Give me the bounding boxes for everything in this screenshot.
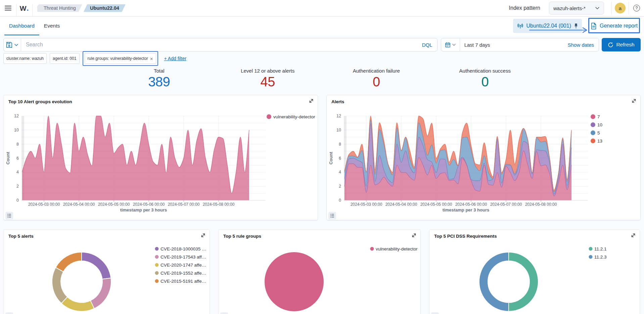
svg-text:2024-05-05 00:00: 2024-05-05 00:00 [98, 202, 130, 207]
pie-slice-CVE-2015-5191 affe…[interactable] [56, 252, 82, 272]
pie-slice-11.2.3[interactable] [479, 252, 509, 311]
filter-pill-rule-groups[interactable]: rule.groups: vulnerability-detector × [85, 53, 156, 64]
legend-item[interactable]: 10 [591, 122, 602, 127]
legend-item[interactable]: 11.2.3 [589, 254, 607, 260]
legend-item[interactable]: CVE-2020-1747 affe… [155, 263, 206, 268]
legend-item[interactable]: CVE-2015-5191 affe… [155, 279, 206, 284]
area-chart-alert-groups[interactable]: 0246810122024-05-03 00:002024-05-04 00:0… [4, 95, 318, 220]
stat-label: Total [105, 68, 214, 74]
refresh-button[interactable]: Refresh [602, 38, 641, 51]
pin-icon[interactable] [574, 23, 578, 29]
add-filter-button[interactable]: + Add filter [164, 56, 187, 61]
legend-list-icon[interactable] [5, 212, 13, 220]
navbar-divider [32, 4, 33, 16]
expand-icon[interactable] [631, 98, 637, 104]
svg-text:CVE-2019-17543 aff…: CVE-2019-17543 aff… [160, 254, 206, 260]
svg-text:11.2.1: 11.2.1 [594, 246, 607, 251]
filter-pill-agent[interactable]: agent.id: 001 [50, 53, 79, 64]
stat-value: 45 [214, 74, 322, 89]
tab-dashboard[interactable]: Dashboard [4, 16, 39, 35]
legend-item[interactable]: vulnerability-detector [370, 246, 418, 251]
svg-text:5: 5 [597, 130, 600, 135]
pie-chart-svg: vulnerability-detector [219, 230, 420, 314]
legend-list-icon[interactable] [5, 312, 13, 314]
tab-events[interactable]: Events [39, 16, 64, 35]
time-range-value[interactable]: Last 7 days [460, 42, 495, 48]
logo-letter: W [20, 4, 27, 12]
svg-text:0: 0 [339, 198, 341, 203]
panel-title: Top 5 PCI DSS Requirements [434, 234, 497, 239]
breadcrumb: Threat Hunting Ubuntu22.04 [37, 4, 127, 12]
breadcrumb-agent[interactable]: Ubuntu22.04 [84, 4, 126, 12]
agent-badge[interactable]: Ubuntu22.04 (001) [513, 19, 582, 33]
svg-text:2024-05-05 00:00: 2024-05-05 00:00 [420, 202, 452, 207]
filter-pill-cluster[interactable]: cluster.name: wazuh [3, 53, 47, 64]
expand-icon[interactable] [411, 233, 417, 239]
pie-slice-CVE-2020-1747 affe…[interactable] [61, 297, 94, 311]
legend-item[interactable]: CVE-2019-1552 affe… [155, 271, 206, 276]
svg-text:2024-05-03 00:00: 2024-05-03 00:00 [28, 202, 60, 207]
legend-list-icon[interactable] [328, 212, 336, 220]
legend-list-icon[interactable] [220, 312, 228, 314]
stats-row: Total389Level 12 or above alerts45Authen… [105, 68, 539, 89]
query-bar: DQL [3, 38, 438, 51]
svg-text:7: 7 [597, 114, 600, 119]
index-pattern-select[interactable]: wazuh-alerts-* [549, 2, 604, 14]
svg-text:2024-05-08 00:00: 2024-05-08 00:00 [525, 202, 557, 207]
svg-text:timestamp per 3 hours: timestamp per 3 hours [120, 207, 167, 212]
saved-queries-button[interactable] [4, 38, 21, 51]
svg-text:13: 13 [597, 139, 602, 144]
module-tabs-bar: Dashboard Events Ubuntu22.04 (001) [0, 16, 644, 35]
svg-text:2024-05-04 00:00: 2024-05-04 00:00 [63, 202, 95, 207]
chevron-down-icon [595, 6, 600, 10]
legend-item[interactable]: 11.2.1 [589, 246, 607, 251]
legend-list-icon[interactable] [431, 312, 439, 314]
stat-label: Authentication success [431, 68, 540, 74]
generate-report-button[interactable]: Generate report [588, 18, 640, 34]
svg-text:12: 12 [14, 114, 19, 118]
legend-item[interactable]: 5 [591, 130, 600, 135]
svg-text:10: 10 [597, 122, 602, 127]
report-document-icon [591, 23, 597, 30]
donut-chart-top5-pci[interactable]: 11.2.111.2.3 [429, 230, 640, 314]
pie-chart-top5-rule-groups[interactable]: vulnerability-detector [219, 230, 420, 314]
wazuh-logo[interactable]: W. [16, 3, 32, 13]
expand-icon[interactable] [200, 233, 206, 239]
legend-item[interactable]: 7 [591, 114, 600, 119]
legend-item[interactable]: vulnerability-detector [267, 114, 315, 119]
pie-slice-11.2.1[interactable] [509, 252, 538, 311]
show-dates-button[interactable]: Show dates [563, 42, 599, 48]
remove-filter-icon[interactable]: × [150, 56, 153, 61]
panel-alerts: Alerts 0246810122024-05-03 00:002024-05-… [326, 95, 641, 220]
donut-chart-top5-alerts[interactable]: CVE-2018-1000035 …CVE-2019-17543 aff…CVE… [4, 230, 210, 314]
expand-icon[interactable] [308, 98, 314, 104]
agent-signal-icon [517, 23, 524, 30]
search-input[interactable] [21, 42, 417, 48]
top-navbar: W. Threat Hunting Ubuntu22.04 Index patt… [0, 0, 644, 16]
expand-icon[interactable] [630, 233, 636, 239]
legend-item[interactable]: CVE-2018-1000035 … [155, 246, 206, 251]
breadcrumb-module[interactable]: Threat Hunting [37, 4, 82, 12]
query-language-button[interactable]: DQL [417, 42, 437, 48]
legend-item[interactable]: CVE-2019-17543 aff… [155, 254, 206, 260]
panel-top5-pci-dss: Top 5 PCI DSS Requirements 11.2.111.2.3 [429, 229, 640, 314]
svg-text:2024-05-07 00:00: 2024-05-07 00:00 [168, 202, 200, 207]
legend-item[interactable]: 13 [591, 139, 602, 144]
menu-button[interactable] [0, 0, 16, 16]
svg-text:2024-05-07 00:00: 2024-05-07 00:00 [490, 202, 522, 207]
user-avatar[interactable]: a [615, 3, 626, 13]
charts-row: Top 10 Alert groups evolution 0246810122… [3, 95, 641, 220]
help-icon[interactable]: ? [633, 5, 640, 11]
panel-top5-rule-groups: Top 5 rule groups vulnerability-detector [218, 229, 421, 314]
svg-text:8: 8 [16, 142, 19, 147]
svg-text:Count: Count [328, 152, 333, 164]
pie-slice-CVE-2019-1552 affe…[interactable] [52, 268, 67, 304]
pie-slice-CVE-2019-17543 aff…[interactable] [90, 278, 111, 309]
area-chart-alerts-levels[interactable]: 0246810122024-05-03 00:002024-05-04 00:0… [327, 95, 640, 220]
stat-value: 0 [322, 74, 431, 89]
navbar-divider [629, 2, 629, 14]
date-quick-select-button[interactable] [441, 38, 460, 51]
calendar-icon [445, 42, 451, 48]
pie-slice-CVE-2018-1000035 …[interactable] [82, 252, 111, 279]
stat-authentication-success: Authentication success0 [431, 68, 540, 89]
